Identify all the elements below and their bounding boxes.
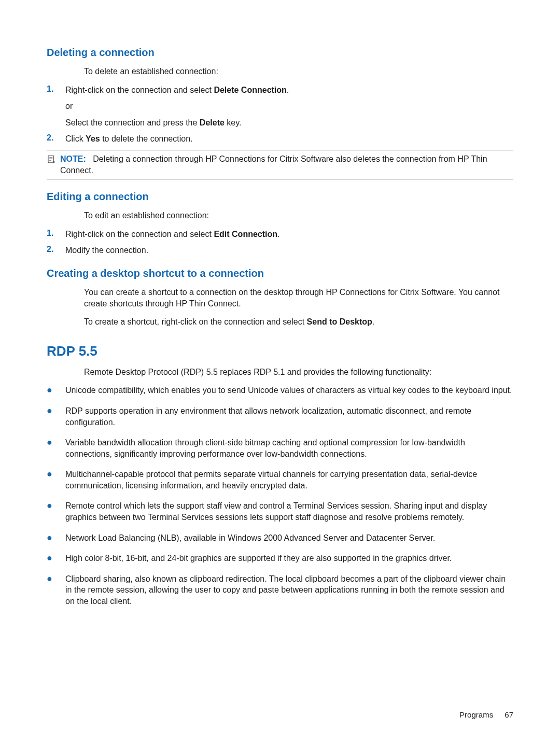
page-footer: Programs 67 bbox=[459, 710, 513, 719]
bullet-icon: ● bbox=[47, 437, 65, 448]
steps-delete: 1. Right-click on the connection and sel… bbox=[47, 85, 513, 145]
heading-creating-shortcut: Creating a desktop shortcut to a connect… bbox=[47, 268, 513, 279]
heading-rdp-5-5: RDP 5.5 bbox=[47, 343, 513, 359]
shortcut-para1: You can create a shortcut to a connectio… bbox=[84, 287, 513, 309]
text: Click bbox=[65, 134, 86, 143]
text: . bbox=[287, 86, 289, 94]
text: to delete the connection. bbox=[100, 134, 193, 143]
bullet-icon: ● bbox=[47, 553, 65, 564]
bold-text: Yes bbox=[86, 134, 100, 143]
document-page: Deleting a connection To delete an estab… bbox=[0, 0, 560, 745]
bold-text: Edit Connection bbox=[214, 230, 277, 238]
list-item: ●Variable bandwidth allocation through c… bbox=[47, 437, 513, 459]
step-number: 2. bbox=[47, 245, 65, 254]
list-item: ●Clipboard sharing, also known as clipbo… bbox=[47, 573, 513, 607]
text: Right-click on the connection and select bbox=[65, 230, 214, 238]
bold-text: Delete bbox=[200, 118, 225, 127]
bullet-icon: ● bbox=[47, 532, 65, 544]
list-item: ●Network Load Balancing (NLB), available… bbox=[47, 532, 513, 544]
intro-delete: To delete an established connection: bbox=[84, 66, 513, 77]
shortcut-para2: To create a shortcut, right-click on the… bbox=[84, 316, 513, 328]
step-edit-2: 2. Modify the connection. bbox=[47, 245, 513, 256]
step-body: Right-click on the connection and select… bbox=[65, 85, 289, 129]
bullet-text: Variable bandwidth allocation through cl… bbox=[65, 437, 513, 459]
note-text: NOTE: Deleting a connection through HP C… bbox=[60, 153, 513, 176]
bullet-icon: ● bbox=[47, 405, 65, 417]
list-item: ●Multichannel-capable protocol that perm… bbox=[47, 469, 513, 491]
step-number: 1. bbox=[47, 229, 65, 238]
bullet-text: Clipboard sharing, also known as clipboa… bbox=[65, 573, 513, 607]
step-number: 2. bbox=[47, 133, 65, 143]
bullet-icon: ● bbox=[47, 500, 65, 512]
bullet-text: High color 8-bit, 16-bit, and 24-bit gra… bbox=[65, 553, 513, 564]
step-body: Modify the connection. bbox=[65, 245, 148, 256]
bullet-text: Network Load Balancing (NLB), available … bbox=[65, 532, 513, 544]
text: key. bbox=[225, 118, 242, 127]
step-delete-2: 2. Click Yes to delete the connection. bbox=[47, 133, 513, 145]
bullet-text: Unicode compatibility, which enables you… bbox=[65, 385, 513, 396]
text: . bbox=[277, 230, 279, 238]
note-icon bbox=[47, 154, 60, 167]
bullet-text: Multichannel-capable protocol that permi… bbox=[65, 469, 513, 491]
svg-rect-0 bbox=[48, 156, 54, 163]
or-text: or bbox=[65, 101, 289, 112]
heading-deleting-connection: Deleting a connection bbox=[47, 47, 513, 59]
bullet-icon: ● bbox=[47, 573, 65, 585]
list-item: ●RDP supports operation in any environme… bbox=[47, 405, 513, 428]
intro-edit: To edit an established connection: bbox=[84, 210, 513, 221]
bullet-text: RDP supports operation in any environmen… bbox=[65, 405, 513, 428]
footer-section-label: Programs bbox=[459, 710, 493, 719]
step-delete-1: 1. Right-click on the connection and sel… bbox=[47, 85, 513, 129]
heading-editing-connection: Editing a connection bbox=[47, 191, 513, 203]
step-edit-1: 1. Right-click on the connection and sel… bbox=[47, 229, 513, 240]
text: Right-click on the connection and select bbox=[65, 86, 214, 94]
list-item: ●Unicode compatibility, which enables yo… bbox=[47, 385, 513, 396]
list-item: ●Remote control which lets the support s… bbox=[47, 500, 513, 523]
footer-page-number: 67 bbox=[505, 710, 513, 719]
note-body: Deleting a connection through HP Connect… bbox=[60, 154, 487, 175]
bullet-text: Remote control which lets the support st… bbox=[65, 500, 513, 523]
step-body: Right-click on the connection and select… bbox=[65, 229, 280, 240]
text: To create a shortcut, right-click on the… bbox=[84, 317, 307, 326]
bold-text: Send to Desktop bbox=[307, 317, 372, 326]
steps-edit: 1. Right-click on the connection and sel… bbox=[47, 229, 513, 256]
text: Modify the connection. bbox=[65, 246, 148, 255]
bullet-icon: ● bbox=[47, 385, 65, 396]
note-box: NOTE: Deleting a connection through HP C… bbox=[47, 150, 513, 179]
list-item: ●High color 8-bit, 16-bit, and 24-bit gr… bbox=[47, 553, 513, 564]
bold-text: Delete Connection bbox=[214, 86, 286, 94]
rdp-intro: Remote Desktop Protocol (RDP) 5.5 replac… bbox=[84, 367, 513, 378]
step-body: Click Yes to delete the connection. bbox=[65, 133, 193, 145]
rdp-bullets: ●Unicode compatibility, which enables yo… bbox=[47, 385, 513, 607]
bullet-icon: ● bbox=[47, 469, 65, 480]
step-number: 1. bbox=[47, 85, 65, 94]
text: . bbox=[372, 317, 374, 326]
text: Select the connection and press the bbox=[65, 118, 200, 127]
note-label: NOTE: bbox=[60, 154, 86, 163]
text: Select the connection and press the Dele… bbox=[65, 117, 289, 129]
